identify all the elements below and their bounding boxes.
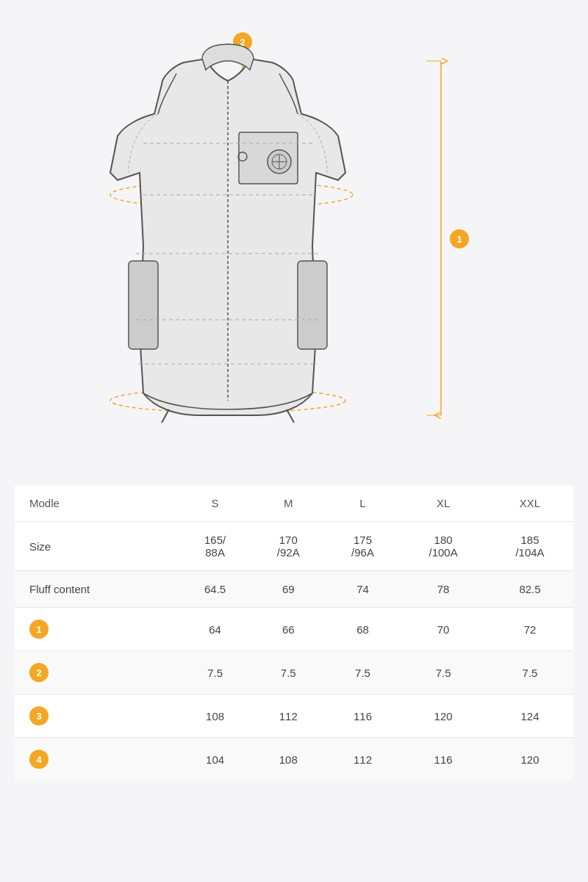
col-modle: Modle (15, 485, 179, 522)
cell-1-4: 82.5 (487, 571, 573, 608)
svg-line-31 (287, 409, 294, 423)
row-label-cell: 4 (15, 738, 179, 781)
cell-1-3: 78 (400, 571, 487, 608)
cell-0-4: 185 /104A (487, 522, 573, 571)
table-row: 3108112116120124 (15, 695, 573, 738)
badge-4: 4 (29, 750, 49, 769)
cell-0-1: 170 /92A (251, 522, 326, 571)
cell-4-1: 112 (251, 695, 326, 738)
table-row: Fluff content64.569747882.5 (15, 571, 573, 608)
svg-rect-23 (129, 261, 158, 349)
cell-3-1: 7.5 (251, 651, 326, 695)
cell-4-3: 120 (400, 695, 487, 738)
cell-4-0: 108 (179, 695, 251, 738)
table-row: 4104108112116120 (15, 738, 573, 781)
badge-2: 2 (29, 663, 49, 682)
table-row: 27.57.57.57.57.5 (15, 651, 573, 695)
cell-5-0: 104 (179, 738, 251, 781)
vest-svg: 1 2 (15, 26, 573, 459)
col-l: L (326, 485, 400, 522)
table-row: Size165/ 88A170 /92A175 /96A180 /100A185… (15, 522, 573, 571)
size-table: Modle S M L XL XXL Size165/ 88A170 /92A1… (15, 485, 573, 781)
cell-0-0: 165/ 88A (179, 522, 251, 571)
row-label-cell: Size (15, 522, 179, 571)
vest-diagram: 1 2 (15, 22, 573, 463)
row-label-cell: 3 (15, 695, 179, 738)
row-label-cell: 2 (15, 651, 179, 695)
cell-2-3: 70 (400, 608, 487, 651)
cell-4-2: 116 (326, 695, 400, 738)
row-label-cell: 1 (15, 608, 179, 651)
badge-3: 3 (29, 706, 49, 725)
col-xl: XL (400, 485, 487, 522)
cell-3-4: 7.5 (487, 651, 573, 695)
cell-5-4: 120 (487, 738, 573, 781)
cell-5-1: 108 (251, 738, 326, 781)
row-label-cell: Fluff content (15, 571, 179, 608)
svg-line-30 (162, 409, 169, 423)
cell-2-4: 72 (487, 608, 573, 651)
cell-4-4: 124 (487, 695, 573, 738)
svg-rect-24 (298, 261, 327, 349)
cell-5-2: 112 (326, 738, 400, 781)
col-m: M (251, 485, 326, 522)
page-container: 1 2 (0, 0, 588, 882)
cell-0-3: 180 /100A (400, 522, 487, 571)
cell-2-0: 64 (179, 608, 251, 651)
table-row: 16466687072 (15, 608, 573, 651)
cell-1-1: 69 (251, 571, 326, 608)
svg-text:1: 1 (456, 234, 462, 245)
col-xxl: XXL (487, 485, 573, 522)
cell-3-3: 7.5 (400, 651, 487, 695)
cell-1-0: 64.5 (179, 571, 251, 608)
cell-0-2: 175 /96A (326, 522, 400, 571)
col-s: S (179, 485, 251, 522)
badge-1: 1 (29, 620, 49, 639)
cell-2-2: 68 (326, 608, 400, 651)
cell-3-2: 7.5 (326, 651, 400, 695)
cell-3-0: 7.5 (179, 651, 251, 695)
table-header-row: Modle S M L XL XXL (15, 485, 573, 522)
cell-2-1: 66 (251, 608, 326, 651)
cell-5-3: 116 (400, 738, 487, 781)
cell-1-2: 74 (326, 571, 400, 608)
